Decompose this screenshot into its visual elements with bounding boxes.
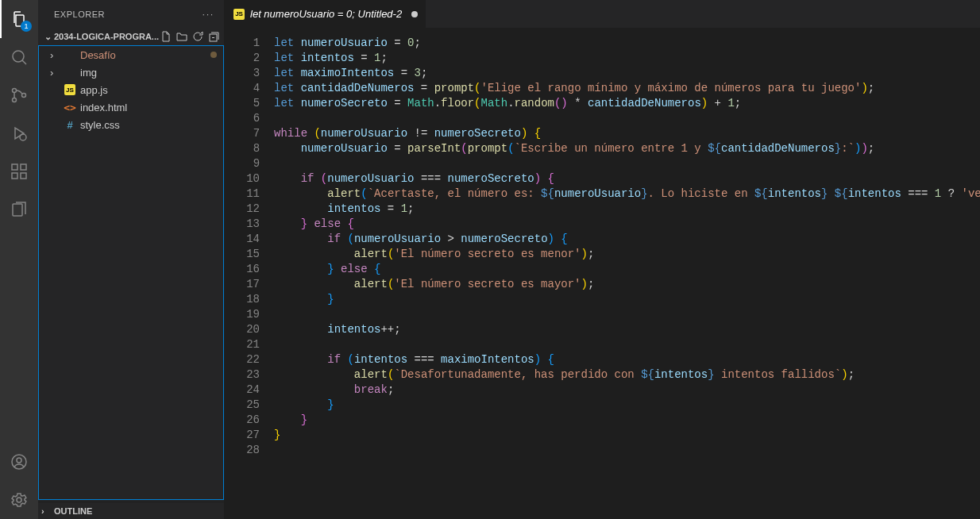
sidebar-header: EXPLORER ···: [38, 0, 224, 28]
line-number: 13: [225, 217, 260, 232]
outline-section[interactable]: › OUTLINE: [38, 502, 224, 519]
tree-item-label: style.css: [80, 119, 223, 131]
line-number-gutter: 1234567891011121314151617181920212223242…: [225, 28, 274, 519]
activity-settings-icon[interactable]: [0, 481, 38, 519]
js-file-icon: JS: [63, 84, 77, 95]
code-line: [274, 111, 980, 126]
tree-folder[interactable]: ›Desafío: [39, 46, 223, 63]
tree-file[interactable]: JSapp.js: [39, 81, 223, 98]
chevron-down-icon: ⌄: [41, 32, 54, 42]
code-line: alert('El número secreto es menor');: [274, 247, 980, 262]
line-number: 18: [225, 292, 260, 307]
editor-tab[interactable]: JS let numeroUsuario = 0; Untitled-2: [225, 0, 426, 28]
tree-item-label: app.js: [80, 84, 223, 96]
code-line: let intentos = 1;: [274, 51, 980, 66]
code-line: break;: [274, 383, 980, 398]
explorer-badge: 1: [21, 21, 32, 32]
line-number: 22: [225, 352, 260, 367]
code-line: intentos = 1;: [274, 202, 980, 217]
activity-run-debug-icon[interactable]: [0, 114, 38, 152]
editor-tabs: JS let numeroUsuario = 0; Untitled-2: [225, 0, 980, 28]
svg-point-12: [17, 498, 21, 502]
tree-file[interactable]: <>index.html: [39, 98, 223, 116]
sidebar-more-icon[interactable]: ···: [203, 10, 214, 19]
activity-references-icon[interactable]: [0, 190, 38, 229]
tab-label: let numeroUsuario = 0; Untitled-2: [250, 8, 402, 20]
new-folder-icon[interactable]: [175, 29, 189, 44]
modified-indicator-icon: [411, 11, 418, 17]
code-content[interactable]: let numeroUsuario = 0;let intentos = 1;l…: [274, 28, 980, 519]
svg-rect-8: [21, 164, 26, 170]
svg-rect-6: [12, 173, 17, 179]
activity-extensions-icon[interactable]: [0, 152, 38, 190]
line-number: 25: [225, 398, 260, 413]
svg-point-3: [22, 94, 26, 98]
line-number: 27: [225, 428, 260, 443]
svg-rect-5: [12, 164, 17, 170]
tree-file[interactable]: #style.css: [39, 116, 223, 133]
activity-source-control-icon[interactable]: [0, 76, 38, 114]
new-file-icon[interactable]: [159, 29, 173, 44]
code-line: alert('El número secreto es mayor');: [274, 277, 980, 292]
code-line: }: [274, 292, 980, 307]
sidebar-title: EXPLORER: [54, 10, 105, 19]
line-number: 1: [225, 36, 260, 51]
css-file-icon: #: [63, 119, 77, 131]
code-line: }: [274, 428, 980, 443]
line-number: 28: [225, 443, 260, 458]
line-number: 16: [225, 262, 260, 277]
code-line: }: [274, 398, 980, 413]
line-number: 19: [225, 307, 260, 322]
chevron-right-icon: ›: [50, 67, 63, 79]
line-number: 11: [225, 186, 260, 202]
activity-search-icon[interactable]: [0, 38, 38, 76]
tree-item-label: Desafío: [80, 49, 210, 61]
line-number: 23: [225, 367, 260, 383]
activity-account-icon[interactable]: [0, 443, 38, 481]
outline-label: OUTLINE: [54, 506, 92, 516]
svg-point-4: [20, 134, 26, 140]
tree-folder[interactable]: ›img: [39, 63, 223, 81]
code-line: [274, 307, 980, 322]
activity-explorer-icon[interactable]: 1: [0, 0, 38, 38]
code-line: [274, 156, 980, 171]
code-line: alert(`Acertaste, el número es: ${numero…: [274, 186, 980, 202]
svg-rect-9: [13, 204, 22, 216]
app-root: 1: [0, 0, 980, 519]
js-file-icon: JS: [233, 9, 245, 20]
line-number: 7: [225, 126, 260, 141]
code-line: if (numeroUsuario > numeroSecreto) {: [274, 232, 980, 247]
sidebar-folder-header[interactable]: ⌄ 2034-LOGICA-PROGRA...: [38, 28, 224, 45]
activity-bar: 1: [0, 0, 38, 519]
file-tree[interactable]: ›Desafío›imgJSapp.js<>index.html#style.c…: [38, 45, 224, 500]
line-number: 26: [225, 413, 260, 428]
code-line: alert(`Desafortunadamente, has perdido c…: [274, 367, 980, 383]
folder-name: 2034-LOGICA-PROGRA...: [54, 32, 159, 41]
refresh-icon[interactable]: [191, 29, 205, 44]
code-line: } else {: [274, 262, 980, 277]
collapse-all-icon[interactable]: [206, 29, 221, 44]
code-line: if (numeroUsuario === numeroSecreto) {: [274, 171, 980, 186]
line-number: 21: [225, 337, 260, 352]
line-number: 12: [225, 202, 260, 217]
line-number: 10: [225, 171, 260, 186]
code-line: let numeroSecreto = Math.floor(Math.rand…: [274, 96, 980, 111]
tree-item-label: img: [80, 67, 223, 79]
code-line: let numeroUsuario = 0;: [274, 36, 980, 51]
code-area[interactable]: 1234567891011121314151617181920212223242…: [225, 28, 980, 519]
line-number: 3: [225, 66, 260, 81]
line-number: 4: [225, 81, 260, 96]
line-number: 2: [225, 51, 260, 66]
code-line: } else {: [274, 217, 980, 232]
svg-point-11: [17, 458, 21, 463]
code-line: let maximoIntentos = 3;: [274, 66, 980, 81]
code-line: if (intentos === maximoIntentos) {: [274, 352, 980, 367]
tree-item-label: index.html: [80, 102, 223, 113]
chevron-right-icon: ›: [50, 49, 63, 61]
line-number: 5: [225, 96, 260, 111]
code-line: intentos++;: [274, 322, 980, 337]
line-number: 6: [225, 111, 260, 126]
svg-rect-7: [21, 173, 26, 179]
line-number: 15: [225, 247, 260, 262]
sidebar: EXPLORER ··· ⌄ 2034-LOGICA-PROGRA... ›De…: [38, 0, 225, 519]
